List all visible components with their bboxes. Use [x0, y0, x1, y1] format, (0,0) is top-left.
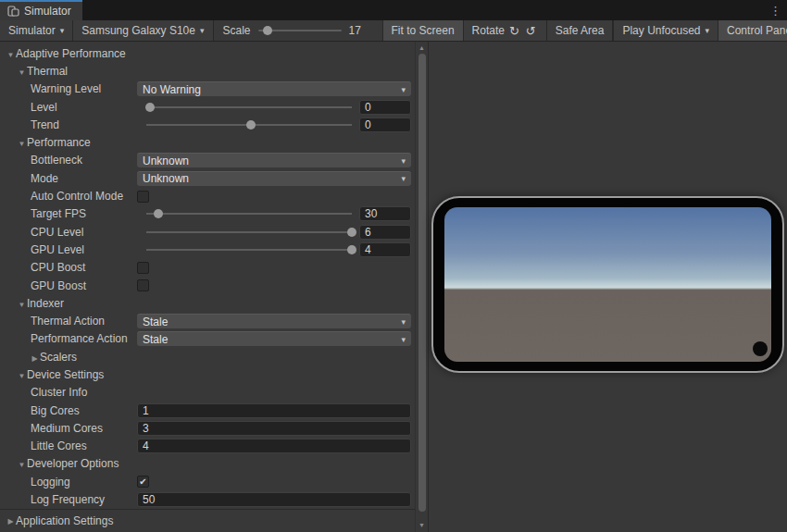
gpu-level-slider[interactable]	[146, 249, 352, 251]
foldout-label: Device Settings	[27, 368, 104, 381]
foldout-label: Performance	[27, 136, 91, 149]
device-preview-pane	[428, 42, 787, 532]
gpu-level-value-field[interactable]: 4	[359, 242, 411, 257]
slider-handle[interactable]	[347, 245, 356, 254]
scroll-down-icon[interactable]: ▼	[416, 522, 428, 528]
foldout-performance[interactable]: ▼Performance	[0, 136, 91, 149]
row-mode: ModeUnknown▾	[0, 169, 415, 187]
scrollbar-thumb[interactable]	[418, 54, 426, 512]
thermal-action-dropdown[interactable]: Stale▾	[137, 314, 411, 328]
target-fps-value-field[interactable]: 30	[359, 206, 411, 221]
cpu-level-value-field[interactable]: 6	[359, 225, 411, 240]
big-cores-input[interactable]: 1	[137, 403, 411, 418]
scroll-up-icon[interactable]: ▲	[416, 44, 428, 51]
trend-slider[interactable]	[146, 124, 352, 126]
foldout-scalers[interactable]: ▶Scalers	[0, 351, 77, 364]
row-gpu-level: GPU Level4	[0, 241, 415, 258]
field-label: Bottleneck	[0, 154, 82, 167]
row-developer-options: ▼Developer Options	[0, 455, 415, 473]
chevron-down-icon: ▾	[401, 335, 406, 344]
field-control: 4	[137, 439, 411, 453]
scale-group: Scale 17	[214, 20, 383, 41]
foldout-device-settings[interactable]: ▼Device Settings	[0, 368, 104, 381]
field-label: Trend	[0, 118, 59, 131]
trend-value-field[interactable]: 0	[359, 118, 411, 132]
slider-handle[interactable]	[246, 120, 256, 130]
device-select-dropdown[interactable]: Samsung Galaxy S10e ▾	[73, 20, 213, 41]
warning-level-dropdown[interactable]: No Warning▾	[137, 81, 411, 96]
slider-handle[interactable]	[154, 209, 163, 218]
toolbar: Simulator ▾ Samsung Galaxy S10e ▾ Scale …	[0, 20, 787, 42]
field-label: Little Cores	[0, 439, 87, 452]
foldout-thermal[interactable]: ▼Thermal	[0, 65, 68, 78]
field-label: Big Cores	[0, 404, 80, 417]
checkmark-icon: ✔	[139, 477, 146, 487]
device-screen[interactable]	[444, 207, 771, 362]
target-fps-slider[interactable]	[146, 213, 352, 215]
little-cores-input[interactable]: 4	[137, 439, 411, 453]
application-settings-foldout[interactable]: ▶ Application Settings	[0, 509, 415, 532]
foldout-label: Scalers	[40, 351, 77, 364]
scale-slider[interactable]	[258, 30, 342, 31]
chevron-down-icon: ▾	[401, 174, 406, 183]
bottleneck-dropdown[interactable]: Unknown▾	[137, 153, 411, 167]
row-auto-control-mode: Auto Control Mode	[0, 187, 415, 204]
kebab-menu-icon[interactable]: ⋮	[769, 0, 781, 20]
row-medium-cores: Medium Cores3	[0, 419, 415, 437]
field-label: Medium Cores	[0, 422, 103, 435]
foldout-adaptive-performance[interactable]: ▼Adaptive Performance	[0, 47, 126, 60]
performance-action-dropdown[interactable]: Stale▾	[137, 331, 411, 346]
foldout-developer-options[interactable]: ▼Developer Options	[0, 457, 119, 470]
level-slider[interactable]	[146, 106, 352, 108]
field-control	[137, 260, 411, 275]
logging-checkbox[interactable]: ✔	[137, 476, 149, 488]
cpu-level-slider[interactable]	[146, 231, 352, 233]
foldout-indexer[interactable]: ▼Indexer	[0, 297, 64, 310]
row-log-frequency: Log Frequency50	[0, 490, 415, 508]
vertical-scrollbar[interactable]: ▲ ▼	[415, 42, 428, 532]
field-control: 50	[137, 492, 411, 507]
auto-control-mode-checkbox[interactable]	[137, 191, 149, 203]
field-control: 0	[137, 118, 411, 132]
foldout-expanded-icon: ▼	[6, 51, 16, 59]
application-settings-label: Application Settings	[16, 514, 113, 527]
field-control	[137, 278, 411, 293]
foldout-expanded-icon: ▼	[17, 461, 27, 469]
scale-slider-handle[interactable]	[263, 26, 272, 35]
row-little-cores: Little Cores4	[0, 438, 415, 455]
chevron-down-icon: ▾	[401, 317, 406, 327]
log-frequency-input[interactable]: 50	[137, 492, 411, 507]
gpu-boost-checkbox[interactable]	[137, 279, 149, 291]
control-panel-button[interactable]: Control Panel	[718, 20, 787, 41]
row-cpu-boost: CPU Boost	[0, 259, 415, 277]
row-adaptive-performance: ▼Adaptive Performance	[0, 44, 415, 62]
fit-to-screen-button[interactable]: Fit to Screen	[383, 20, 464, 41]
foldout-expanded-icon: ▼	[17, 140, 27, 148]
rotate-group: Rotate ↻ ↺	[464, 20, 547, 41]
chevron-down-icon: ▾	[401, 85, 406, 94]
foldout-label: Indexer	[27, 297, 64, 310]
play-unfocused-dropdown[interactable]: Play Unfocused ▾	[614, 20, 718, 41]
rotate-cw-icon[interactable]: ↻	[509, 24, 521, 38]
medium-cores-input[interactable]: 3	[137, 421, 411, 436]
field-label: Mode	[0, 172, 58, 185]
row-warning-level: Warning LevelNo Warning▾	[0, 80, 415, 98]
safe-area-button[interactable]: Safe Area	[547, 20, 614, 41]
simulator-mode-dropdown[interactable]: Simulator ▾	[0, 20, 73, 41]
dropdown-value: Stale	[143, 315, 168, 328]
slider-handle[interactable]	[145, 103, 155, 112]
mode-dropdown[interactable]: Unknown▾	[137, 171, 411, 186]
chevron-down-icon: ▾	[401, 156, 406, 166]
row-cpu-level: CPU Level6	[0, 223, 415, 241]
field-label: Log Frequency	[0, 493, 105, 506]
dropdown-value: Stale	[143, 333, 168, 346]
row-target-fps: Target FPS30	[0, 205, 415, 223]
cpu-boost-checkbox[interactable]	[137, 262, 149, 274]
level-value-field[interactable]: 0	[359, 100, 411, 115]
rotate-ccw-icon[interactable]: ↺	[526, 24, 538, 38]
simulated-device-frame	[431, 196, 784, 373]
row-level: Level0	[0, 98, 415, 116]
slider-handle[interactable]	[347, 228, 356, 237]
control-panel-pane: ▼Adaptive Performance▼ThermalWarning Lev…	[0, 42, 415, 532]
tab-simulator[interactable]: Simulator	[0, 0, 82, 20]
